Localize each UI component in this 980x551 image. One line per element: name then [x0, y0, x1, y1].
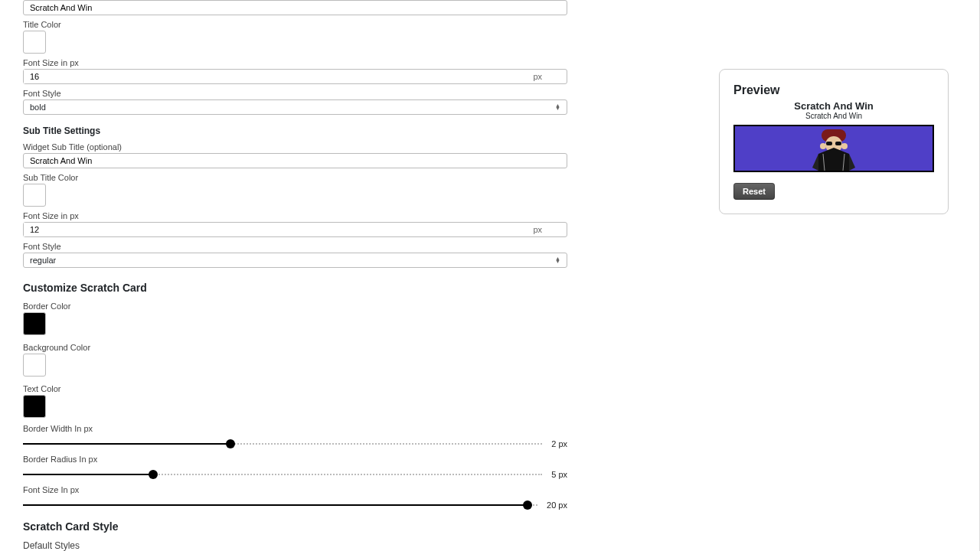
title-font-size-input[interactable]	[24, 70, 533, 83]
border-width-value: 2 px	[551, 439, 567, 448]
subtitle-settings-heading: Sub Title Settings	[23, 126, 681, 136]
svg-point-5	[841, 143, 848, 149]
preview-card: Preview Scratch And Win Scratch And Win	[719, 69, 949, 214]
slider-thumb[interactable]	[523, 500, 532, 510]
title-font-size-input-wrap: px	[23, 69, 567, 84]
px-suffix: px	[533, 72, 567, 81]
subtitle-font-style-value: regular	[24, 256, 567, 265]
title-color-label: Title Color	[23, 20, 681, 29]
border-color-swatch[interactable]	[23, 312, 46, 335]
title-font-size-label: Font Size in px	[23, 58, 681, 67]
border-radius-label: Border Radius In px	[23, 455, 567, 464]
subtitle-font-style-select[interactable]: regular ▲▼	[23, 253, 567, 268]
border-width-slider[interactable]	[23, 443, 542, 445]
title-font-style-label: Font Style	[23, 89, 681, 98]
slider-thumb[interactable]	[149, 470, 158, 479]
background-color-swatch[interactable]	[23, 354, 46, 377]
px-suffix: px	[533, 225, 567, 234]
title-font-style-value: bold	[24, 103, 567, 112]
select-chevrons-icon: ▲▼	[555, 257, 560, 263]
widget-subtitle-label: Widget Sub Title (optional)	[23, 142, 681, 152]
text-color-swatch[interactable]	[23, 395, 46, 418]
scratch-style-heading: Scratch Card Style	[23, 520, 681, 533]
border-width-label: Border Width In px	[23, 424, 567, 433]
subtitle-font-size-label: Font Size in px	[23, 211, 681, 220]
default-styles-label: Default Styles	[23, 540, 681, 551]
card-font-size-slider[interactable]	[23, 504, 537, 506]
preview-widget-subtitle: Scratch And Win	[733, 112, 934, 120]
subtitle-font-style-label: Font Style	[23, 242, 681, 251]
preview-widget-title: Scratch And Win	[733, 100, 934, 112]
text-color-label: Text Color	[23, 384, 681, 393]
card-font-size-value: 20 px	[547, 500, 567, 510]
customize-card-heading: Customize Scratch Card	[23, 282, 681, 294]
border-radius-slider[interactable]	[23, 474, 542, 475]
subtitle-color-label: Sub Title Color	[23, 173, 681, 182]
svg-point-4	[820, 143, 826, 149]
background-color-label: Background Color	[23, 343, 681, 352]
border-color-label: Border Color	[23, 302, 681, 311]
subtitle-font-size-input-wrap: px	[23, 222, 567, 237]
subtitle-color-swatch[interactable]	[23, 184, 46, 207]
widget-subtitle-input[interactable]	[23, 153, 567, 168]
title-font-style-select[interactable]: bold ▲▼	[23, 99, 567, 115]
reset-button[interactable]: Reset	[733, 183, 775, 200]
border-radius-value: 5 px	[551, 470, 567, 479]
card-font-size-label: Font Size In px	[23, 485, 567, 494]
select-chevrons-icon: ▲▼	[555, 104, 560, 110]
svg-rect-3	[835, 142, 841, 145]
title-color-swatch[interactable]	[23, 31, 46, 54]
subtitle-font-size-input[interactable]	[24, 223, 533, 236]
preview-canvas	[733, 125, 934, 172]
settings-panel: Title Color Font Size in px px Font Styl…	[0, 0, 704, 551]
widget-title-input[interactable]	[23, 0, 567, 15]
svg-rect-2	[826, 142, 832, 145]
scratch-artwork-icon	[795, 125, 872, 171]
slider-thumb[interactable]	[226, 439, 235, 448]
preview-heading: Preview	[733, 83, 934, 97]
